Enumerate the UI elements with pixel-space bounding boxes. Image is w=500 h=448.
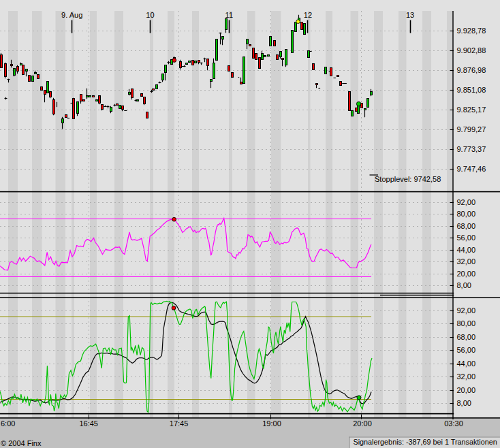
svg-text:9.902,88: 9.902,88 (457, 46, 486, 54)
svg-text:11: 11 (225, 11, 233, 19)
svg-text:8,00: 8,00 (457, 281, 471, 289)
svg-text:© 2004 Finx: © 2004 Finx (1, 439, 42, 447)
svg-text:9.928,78: 9.928,78 (457, 27, 486, 35)
svg-text:80,00: 80,00 (457, 210, 476, 218)
svg-text:16:45: 16:45 (79, 419, 98, 428)
svg-text:19:00: 19:00 (262, 419, 281, 428)
svg-text:44,00: 44,00 (457, 246, 476, 254)
svg-text:10: 10 (146, 11, 154, 19)
svg-text:44,00: 44,00 (457, 359, 476, 368)
svg-text:03:30: 03:30 (444, 419, 463, 428)
svg-text:56,00: 56,00 (457, 234, 476, 242)
svg-text:32,00: 32,00 (457, 257, 476, 266)
svg-text:8,00: 8,00 (457, 399, 471, 407)
svg-text:32,00: 32,00 (457, 372, 476, 381)
svg-text:20,00: 20,00 (457, 270, 476, 278)
svg-text:68,00: 68,00 (457, 333, 476, 341)
svg-text:13: 13 (406, 11, 414, 19)
svg-text:20:00: 20:00 (353, 419, 372, 428)
svg-text:6:00: 6:00 (1, 419, 15, 428)
svg-text:92,00: 92,00 (457, 198, 476, 206)
svg-text:92,00: 92,00 (457, 306, 476, 315)
svg-text:20,00: 20,00 (457, 386, 476, 394)
svg-text:9.773,37: 9.773,37 (457, 145, 486, 153)
svg-text:9.825,17: 9.825,17 (457, 106, 486, 114)
svg-text:9.799,27: 9.799,27 (457, 125, 486, 133)
svg-text:17:45: 17:45 (170, 419, 189, 428)
svg-text:Signalergebnis: -387,69 bei 1: Signalergebnis: -387,69 bei 1 Transaktio… (354, 438, 497, 446)
svg-text:80,00: 80,00 (457, 319, 476, 327)
svg-text:9. Aug: 9. Aug (61, 11, 82, 19)
svg-text:9.876,98: 9.876,98 (457, 66, 486, 74)
svg-text:56,00: 56,00 (457, 346, 476, 354)
svg-text:68,00: 68,00 (457, 222, 476, 230)
svg-text:9.851,08: 9.851,08 (457, 86, 486, 94)
svg-text:9.747,46: 9.747,46 (457, 165, 486, 173)
svg-text:Stopplevel: 9742,58: Stopplevel: 9742,58 (375, 175, 441, 183)
svg-text:12: 12 (304, 11, 312, 19)
